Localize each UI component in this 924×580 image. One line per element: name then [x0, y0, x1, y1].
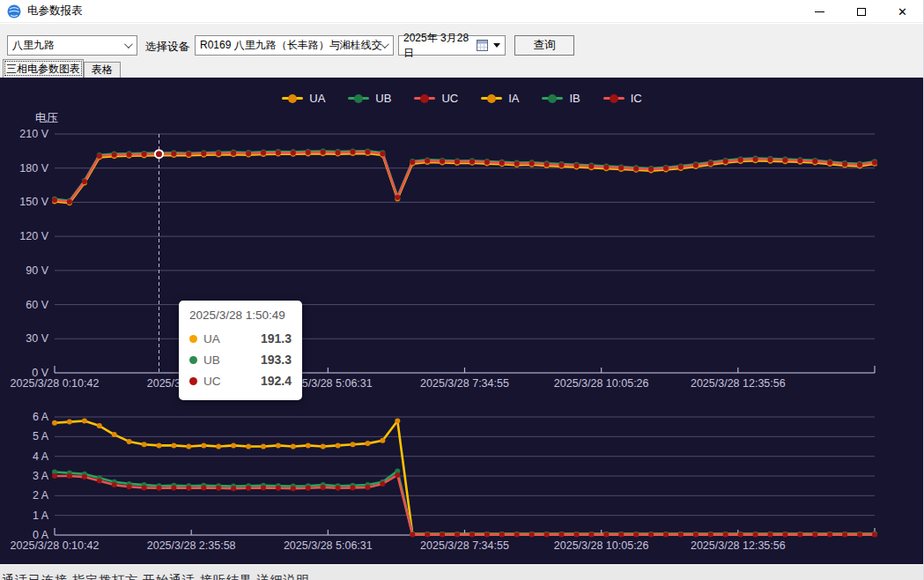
device-label: 选择设备: [145, 40, 189, 55]
svg-text:210 V: 210 V: [19, 128, 48, 140]
area-select[interactable]: 八里九路: [7, 35, 137, 56]
tooltip-series-name: UC: [203, 375, 221, 388]
svg-text:2025/3/28 2:35:58: 2025/3/28 2:35:58: [147, 539, 236, 552]
svg-text:60 V: 60 V: [26, 299, 48, 311]
tab-table[interactable]: 表格: [84, 62, 121, 78]
date-value: 2025年 3月28日: [403, 31, 471, 61]
svg-text:3 A: 3 A: [33, 470, 49, 482]
svg-text:2025/3/28 10:05:26: 2025/3/28 10:05:26: [554, 377, 649, 390]
svg-text:5 A: 5 A: [33, 430, 49, 442]
dropdown-arrow-icon: [493, 43, 500, 48]
svg-text:2025/3/28 12:35:56: 2025/3/28 12:35:56: [691, 377, 786, 390]
date-picker[interactable]: 2025年 3月28日: [398, 35, 506, 56]
svg-text:2025/3/28 7:34:55: 2025/3/28 7:34:55: [420, 377, 509, 390]
tooltip-row: UC192.4: [189, 370, 292, 391]
series-dot-icon: [189, 377, 197, 385]
title-bar: 电参数报表 ✕: [0, 0, 923, 23]
device-select-value: R0169 八里九路（长丰路）与湘桂线交: [200, 38, 382, 53]
tooltip-row: UB193.3: [189, 349, 292, 370]
close-button[interactable]: ✕: [882, 0, 923, 23]
svg-text:180 V: 180 V: [19, 162, 48, 175]
toolbar: 八里九路 选择设备 R0169 八里九路（长丰路）与湘桂线交 2025年 3月2…: [0, 24, 923, 58]
chart-canvas[interactable]: 电压210 V180 V150 V120 V90 V60 V30 V0 V202…: [0, 78, 924, 564]
device-select[interactable]: R0169 八里九路（长丰路）与湘桂线交: [195, 35, 394, 56]
tooltip-series-value: 193.3: [261, 353, 292, 367]
svg-text:90 V: 90 V: [26, 264, 48, 277]
chart-panel: UAUBUCIAIBIC 电压210 V180 V150 V120 V90 V6…: [0, 78, 924, 564]
tooltip-series-value: 192.4: [261, 374, 292, 388]
svg-text:30 V: 30 V: [26, 332, 48, 345]
app-icon: [7, 4, 21, 19]
tooltip-rows: UA191.3UB193.3UC192.4: [189, 328, 292, 391]
window-title: 电参数报表: [27, 4, 83, 19]
app-window: 电参数报表 ✕ 八里九路 选择设备 R0169 八里九路（长丰路）与湘桂线交 2…: [0, 0, 924, 580]
minimize-icon: [815, 11, 824, 12]
series-dot-icon: [189, 335, 197, 343]
svg-text:电压: 电压: [35, 111, 58, 124]
tooltip-timestamp: 2025/3/28 1:50:49: [189, 309, 292, 322]
tooltip-series-name: UA: [203, 332, 220, 346]
background-window-strip: 通话已连接 指定拨打方 开始通话 接听结果 详细说明: [0, 564, 923, 580]
svg-text:2025/3/28 12:35:56: 2025/3/28 12:35:56: [691, 539, 786, 552]
svg-text:2025/3/28 0:10:42: 2025/3/28 0:10:42: [11, 377, 100, 390]
svg-text:1 A: 1 A: [33, 509, 49, 522]
close-icon: ✕: [898, 6, 907, 18]
svg-text:150 V: 150 V: [19, 196, 48, 208]
maximize-button[interactable]: [840, 0, 882, 23]
background-window-text: 通话已连接 指定拨打方 开始通话 接听结果 详细说明: [2, 573, 310, 580]
chevron-down-icon: [124, 40, 133, 48]
series-dot-icon: [189, 356, 197, 364]
chart-tooltip: 2025/3/28 1:50:49 UA191.3UB193.3UC192.4: [179, 301, 302, 400]
svg-text:2 A: 2 A: [33, 489, 49, 502]
svg-text:2025/3/28 5:06:31: 2025/3/28 5:06:31: [284, 539, 373, 552]
svg-text:2025/3/28 10:05:26: 2025/3/28 10:05:26: [554, 539, 649, 552]
area-select-value: 八里九路: [12, 38, 55, 53]
tooltip-series-value: 191.3: [261, 331, 292, 346]
query-button[interactable]: 查询: [514, 35, 574, 56]
svg-text:6 A: 6 A: [33, 411, 49, 423]
svg-text:2025/3/28 0:10:42: 2025/3/28 0:10:42: [11, 539, 100, 552]
tooltip-series-name: UB: [203, 353, 220, 367]
maximize-icon: [857, 8, 866, 16]
calendar-icon: [477, 40, 488, 51]
tab-chart[interactable]: 三相电参数图表: [3, 59, 84, 78]
tooltip-row: UA191.3: [189, 328, 292, 349]
svg-text:4 A: 4 A: [33, 450, 49, 463]
tab-strip: 三相电参数图表 表格: [0, 58, 923, 78]
svg-text:2025/3/28 7:34:55: 2025/3/28 7:34:55: [420, 539, 509, 552]
svg-text:120 V: 120 V: [19, 230, 48, 242]
minimize-button[interactable]: [799, 0, 840, 23]
